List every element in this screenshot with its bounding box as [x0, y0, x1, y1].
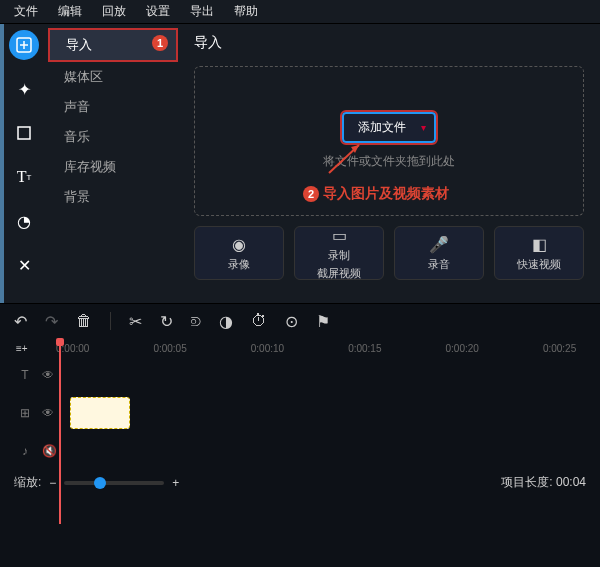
- audio-track-icon: ♪: [16, 444, 34, 458]
- annotation-arrow-icon: [325, 137, 365, 177]
- ruler-tick: 0:00:15: [348, 343, 381, 354]
- sidebar-item-background[interactable]: 背景: [48, 182, 178, 212]
- text-icon[interactable]: TT: [9, 162, 39, 192]
- timeline-toolbar: ↶ ↷ 🗑 ✂ ↻ ⟄ ◑ ⏱ ⊙ ⚑: [0, 304, 600, 338]
- screen-icon: ▭: [332, 226, 347, 245]
- video-track-icon: ⊞: [16, 406, 34, 420]
- camera-icon: ◉: [232, 235, 246, 254]
- zoom-label: 缩放:: [14, 474, 41, 491]
- audio-track[interactable]: ♪🔇: [16, 434, 600, 468]
- quick-video-button[interactable]: ◧ 快速视频: [494, 226, 584, 280]
- record-audio-button[interactable]: 🎤 录音: [394, 226, 484, 280]
- svg-rect-3: [18, 127, 30, 139]
- crop-tool-icon[interactable]: ⟄: [191, 312, 201, 330]
- ruler-tick: 0:00:10: [251, 343, 284, 354]
- zoom-knob[interactable]: [94, 477, 106, 489]
- import-tool-icon[interactable]: [9, 30, 39, 60]
- zoom-in-icon[interactable]: +: [172, 476, 179, 490]
- sidebar-item-import[interactable]: 导入 1: [48, 28, 178, 62]
- menu-playback[interactable]: 回放: [92, 3, 136, 20]
- menu-settings[interactable]: 设置: [136, 3, 180, 20]
- video-track[interactable]: ⊞👁: [16, 392, 600, 434]
- record-screen-button[interactable]: ▭ 录制 截屏视频: [294, 226, 384, 280]
- text-track[interactable]: T👁: [16, 358, 600, 392]
- action-row: ◉ 录像 ▭ 录制 截屏视频 🎤 录音 ◧ 快速视频: [194, 226, 584, 280]
- zoom-slider[interactable]: [64, 481, 164, 485]
- timeline-area: ↶ ↷ 🗑 ✂ ↻ ⟄ ◑ ⏱ ⊙ ⚑ ≡+ 0:00:00 0:00:05 0…: [0, 303, 600, 567]
- sidebar-item-music[interactable]: 音乐: [48, 122, 178, 152]
- cut-icon[interactable]: ✂: [129, 312, 142, 331]
- eye-icon[interactable]: 👁: [42, 368, 56, 382]
- zoom-out-icon[interactable]: −: [49, 476, 56, 490]
- content-panel: 导入 添加文件 将文件或文件夹拖到此处 2 导入图片及视频素材 ◉ 录像 ▭ 录…: [178, 24, 600, 303]
- ruler-tick: 0:00:20: [446, 343, 479, 354]
- delete-icon[interactable]: 🗑: [76, 312, 92, 330]
- marker-icon[interactable]: ⚑: [316, 312, 330, 331]
- color-icon[interactable]: ◑: [219, 312, 233, 331]
- menu-export[interactable]: 导出: [180, 3, 224, 20]
- speed-icon[interactable]: ⏱: [251, 312, 267, 330]
- text-track-icon: T: [16, 368, 34, 382]
- menu-file[interactable]: 文件: [4, 3, 48, 20]
- redo-icon[interactable]: ↷: [45, 312, 58, 331]
- side-panel: 导入 1 媒体区 声音 音乐 库存视频 背景: [48, 24, 178, 303]
- speaker-icon[interactable]: 🔇: [42, 444, 56, 458]
- sidebar-item-sound[interactable]: 声音: [48, 92, 178, 122]
- sidebar-item-label: 导入: [66, 37, 92, 52]
- tools-icon[interactable]: ✕: [9, 250, 39, 280]
- ruler-tick: 0:00:25: [543, 343, 576, 354]
- toolbar-accent-stripe: [0, 24, 4, 303]
- annotation-text: 2 导入图片及视频素材: [303, 185, 449, 203]
- bottom-bar: 缩放: − + 项目长度: 00:04: [0, 468, 600, 497]
- magic-wand-icon[interactable]: ✦: [9, 74, 39, 104]
- annotation-badge-1: 1: [152, 35, 168, 51]
- video-clip[interactable]: [70, 397, 130, 429]
- record-camera-button[interactable]: ◉ 录像: [194, 226, 284, 280]
- undo-icon[interactable]: ↶: [14, 312, 27, 331]
- dashboard-icon: ◧: [532, 235, 547, 254]
- playhead-line: [59, 344, 61, 524]
- rotate-icon[interactable]: ↻: [160, 312, 173, 331]
- menu-bar: 文件 编辑 回放 设置 导出 帮助: [0, 0, 600, 24]
- moon-icon[interactable]: ◔: [9, 206, 39, 236]
- project-length: 项目长度: 00:04: [501, 474, 586, 491]
- add-file-label: 添加文件: [358, 119, 406, 136]
- sidebar-item-media[interactable]: 媒体区: [48, 62, 178, 92]
- ruler-tick: 0:00:05: [153, 343, 186, 354]
- eye-icon[interactable]: 👁: [42, 406, 56, 420]
- annotation-badge-2: 2: [303, 186, 319, 202]
- mic-icon: 🎤: [429, 235, 449, 254]
- crop-icon[interactable]: [9, 118, 39, 148]
- panel-title: 导入: [194, 34, 584, 52]
- timeline-tracks: T👁 ⊞👁 ♪🔇: [0, 358, 600, 468]
- annotation-label: 导入图片及视频素材: [323, 185, 449, 203]
- menu-edit[interactable]: 编辑: [48, 3, 92, 20]
- separator: [110, 312, 111, 330]
- sidebar-item-stock[interactable]: 库存视频: [48, 152, 178, 182]
- record-icon[interactable]: ⊙: [285, 312, 298, 331]
- drop-zone[interactable]: 添加文件 将文件或文件夹拖到此处 2 导入图片及视频素材: [194, 66, 584, 216]
- timeline-ruler[interactable]: ≡+ 0:00:00 0:00:05 0:00:10 0:00:15 0:00:…: [0, 338, 600, 358]
- menu-help[interactable]: 帮助: [224, 3, 268, 20]
- add-track-icon[interactable]: ≡+: [16, 343, 28, 354]
- vertical-toolbar: ✦ TT ◔ ✕: [0, 24, 48, 303]
- zoom-control: 缩放: − +: [14, 474, 179, 491]
